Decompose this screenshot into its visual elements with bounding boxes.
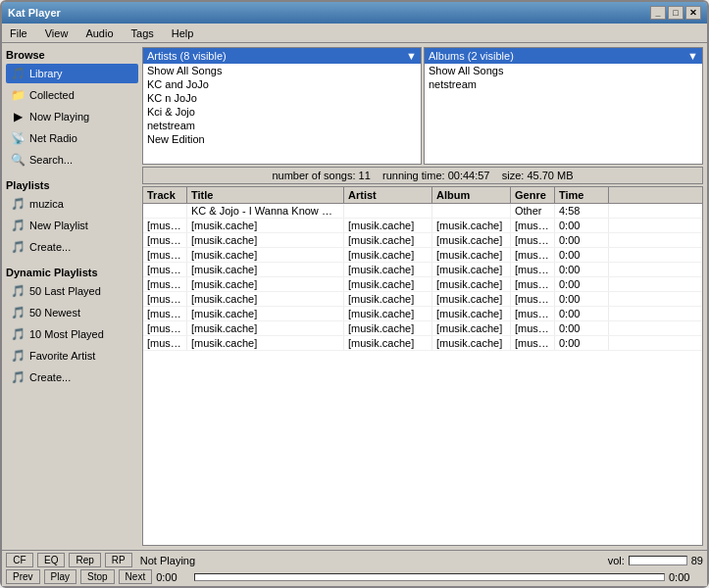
list-item[interactable]: netstream	[425, 77, 702, 91]
albums-header: Albums (2 visible) ▼	[425, 48, 702, 64]
table-cell: [musik.cache]	[187, 233, 344, 247]
transport-top-row: CF EQ Rep RP Not Playing vol: 89	[6, 553, 703, 567]
artists-header-label: Artists (8 visible)	[147, 50, 227, 62]
col-album[interactable]: Album	[432, 187, 511, 203]
play-button[interactable]: Play	[44, 569, 76, 584]
table-cell: 0:00	[555, 336, 609, 350]
sidebar-item-search-label: Search...	[29, 154, 73, 166]
table-row[interactable]: [musik...[musik.cache][musik.cache][musi…	[143, 321, 702, 336]
rep-button[interactable]: Rep	[69, 553, 100, 567]
table-cell	[143, 204, 187, 218]
albums-dropdown-icon[interactable]: ▼	[687, 50, 698, 62]
sidebar-item-50-newest[interactable]: 🎵 50 Newest	[6, 303, 138, 322]
table-row[interactable]: [musik...[musik.cache][musik.cache][musi…	[143, 307, 702, 321]
table-cell: [musik.cache]	[511, 263, 555, 276]
menu-tags[interactable]: Tags	[127, 26, 158, 40]
table-row[interactable]: [musik...[musik.cache][musik.cache][musi…	[143, 248, 702, 263]
table-row[interactable]: [musik...[musik.cache][musik.cache][musi…	[143, 292, 702, 307]
table-cell: [musik.cache]	[187, 219, 344, 232]
artists-list[interactable]: Show All Songs KC and JoJo KC n JoJo Kci…	[143, 64, 421, 164]
eq-button[interactable]: EQ	[37, 553, 65, 567]
table-cell: [musik.cache]	[511, 307, 555, 320]
sidebar-item-muzica-label: muzica	[29, 198, 64, 210]
table-cell: [musik.cache]	[432, 248, 511, 262]
stop-button[interactable]: Stop	[80, 569, 115, 584]
rp-button[interactable]: RP	[105, 553, 132, 567]
sidebar-item-10-most[interactable]: 🎵 10 Most Played	[6, 324, 138, 344]
sidebar: Browse 🎵 Library 📁 Collected ▶ Now Playi…	[6, 47, 138, 546]
sidebar-item-new-playlist[interactable]: 🎵 New Playlist	[6, 216, 138, 235]
table-cell: 0:00	[555, 321, 609, 335]
list-item[interactable]: netstream	[143, 119, 421, 132]
time-total: 0:00	[669, 571, 703, 583]
sidebar-item-library[interactable]: 🎵 Library	[6, 64, 138, 83]
net-radio-icon: 📡	[10, 130, 25, 146]
table-cell: [musik...	[143, 336, 187, 350]
table-cell: [musik.cache]	[344, 277, 432, 291]
right-panel: Artists (8 visible) ▼ Show All Songs KC …	[142, 47, 703, 546]
songs-label: number of songs:	[272, 170, 355, 181]
col-title[interactable]: Title	[187, 187, 344, 203]
table-cell: [musik.cache]	[432, 233, 511, 247]
sidebar-item-collected[interactable]: 📁 Collected	[6, 85, 138, 105]
minimize-button[interactable]: _	[650, 6, 666, 20]
menu-view[interactable]: View	[41, 26, 73, 40]
table-row[interactable]: [musik...[musik.cache][musik.cache][musi…	[143, 233, 702, 248]
close-button[interactable]: ✕	[685, 6, 701, 20]
create-playlist-icon: 🎵	[10, 239, 25, 255]
sidebar-item-create-playlist[interactable]: 🎵 Create...	[6, 237, 138, 257]
menu-bar: File View Audio Tags Help	[2, 24, 707, 43]
sidebar-item-fav-artist-label: Favorite Artist	[29, 350, 95, 362]
sidebar-item-50-last[interactable]: 🎵 50 Last Played	[6, 281, 138, 301]
cf-button[interactable]: CF	[6, 553, 33, 567]
table-cell: [musik.cache]	[432, 336, 511, 350]
table-row[interactable]: [musik...[musik.cache][musik.cache][musi…	[143, 263, 702, 277]
volume-slider[interactable]	[629, 556, 687, 565]
table-cell: [musik.cache]	[344, 292, 432, 306]
list-item[interactable]: New Edition	[143, 132, 421, 146]
progress-bar[interactable]	[194, 573, 665, 581]
songs-count: 11	[359, 170, 371, 181]
col-genre[interactable]: Genre	[511, 187, 555, 203]
sidebar-item-now-playing[interactable]: ▶ Now Playing	[6, 107, 138, 126]
dynamic-playlists-label: Dynamic Playlists	[6, 265, 138, 279]
table-row[interactable]: [musik...[musik.cache][musik.cache][musi…	[143, 277, 702, 292]
info-bar: number of songs: 11 running time: 00:44:…	[142, 167, 703, 184]
sidebar-item-fav-artist[interactable]: 🎵 Favorite Artist	[6, 346, 138, 366]
table-cell: 0:00	[555, 277, 609, 291]
sidebar-item-muzica[interactable]: 🎵 muzica	[6, 194, 138, 214]
table-header: Track Title Artist Album Genre Time	[143, 187, 702, 204]
time-current: 0:00	[156, 571, 190, 583]
table-cell: [musik.cache]	[432, 292, 511, 306]
table-cell: [musik.cache]	[187, 321, 344, 335]
table-cell: [musik.cache]	[511, 292, 555, 306]
albums-show-all[interactable]: Show All Songs	[425, 64, 702, 77]
list-item[interactable]: KC and JoJo	[143, 77, 421, 91]
menu-audio[interactable]: Audio	[81, 26, 117, 40]
sidebar-item-search[interactable]: 🔍 Search...	[6, 150, 138, 170]
table-cell: [musik.cache]	[344, 233, 432, 247]
col-artist[interactable]: Artist	[344, 187, 432, 203]
artists-show-all[interactable]: Show All Songs	[143, 64, 421, 77]
table-row[interactable]: [musik...[musik.cache][musik.cache][musi…	[143, 219, 702, 233]
table-row[interactable]: KC & Jojo - I Wanna Know Wh...Other4:58	[143, 204, 702, 219]
albums-list[interactable]: Show All Songs netstream	[425, 64, 702, 164]
next-button[interactable]: Next	[119, 569, 153, 584]
menu-help[interactable]: Help	[168, 26, 198, 40]
artists-dropdown-icon[interactable]: ▼	[406, 50, 417, 62]
sidebar-item-net-radio[interactable]: 📡 Net Radio	[6, 128, 138, 148]
list-item[interactable]: Kci & Jojo	[143, 105, 421, 119]
table-cell: [musik.cache]	[432, 277, 511, 291]
title-bar: Kat Player _ □ ✕	[2, 2, 707, 24]
table-cell: [musik.cache]	[344, 307, 432, 320]
table-cell: [musik.cache]	[511, 248, 555, 262]
menu-file[interactable]: File	[6, 26, 31, 40]
table-row[interactable]: [musik...[musik.cache][musik.cache][musi…	[143, 336, 702, 351]
col-time[interactable]: Time	[555, 187, 609, 203]
maximize-button[interactable]: □	[668, 6, 684, 20]
prev-button[interactable]: Prev	[6, 569, 40, 584]
list-item[interactable]: KC n JoJo	[143, 91, 421, 105]
col-track[interactable]: Track	[143, 187, 187, 203]
sidebar-item-create-dyn[interactable]: 🎵 Create...	[6, 368, 138, 387]
table-cell: [musik...	[143, 307, 187, 320]
